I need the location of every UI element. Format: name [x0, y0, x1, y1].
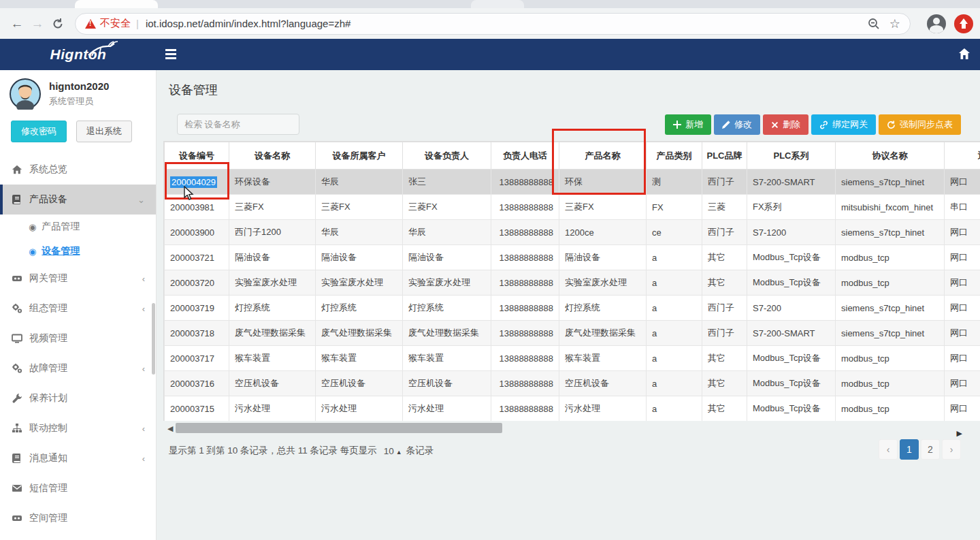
reload-icon[interactable] — [48, 14, 68, 34]
back-icon[interactable]: ← — [7, 14, 27, 34]
hscroll-right-arrow-icon[interactable]: ▶ — [957, 429, 962, 438]
column-header-protocol[interactable]: 协议名称 — [836, 142, 945, 170]
table-cell: 1200ce — [559, 220, 647, 245]
sidebar-item-notifications[interactable]: 消息通知 ‹ — [0, 443, 156, 473]
sidebar-item-configuration[interactable]: 组态管理 ‹ — [0, 293, 156, 323]
table-cell: 13888888888 — [491, 346, 559, 371]
link-icon — [819, 121, 828, 129]
browser-profile-icon[interactable] — [927, 14, 946, 33]
sidebar-item-gateway[interactable]: 网关管理 ‹ — [0, 264, 156, 293]
column-header-product-category[interactable]: 产品类别 — [647, 142, 702, 170]
table-row[interactable]: 200003715污水处理污水处理污水处理13888888888污水处理a其它M… — [165, 396, 980, 422]
zoom-out-icon[interactable] — [868, 18, 880, 30]
column-header-customer[interactable]: 设备所属客户 — [316, 142, 403, 170]
sidebar-item-fault[interactable]: 故障管理 ‹ — [0, 353, 156, 383]
sidebar-submenu: ◉ 产品管理 ◉ 设备管理 — [0, 215, 156, 264]
caret-up-icon: ▲ — [396, 449, 402, 456]
table-cell: FX — [647, 195, 702, 220]
table-cell: 三菱FX — [559, 195, 647, 220]
page-next-button[interactable]: › — [942, 439, 961, 460]
edit-button[interactable]: 修改 — [714, 114, 760, 135]
menu-toggle-icon[interactable] — [165, 47, 180, 62]
envelope-icon — [11, 483, 22, 494]
table-cell: 其它 — [702, 371, 747, 396]
horizontal-scrollbar[interactable] — [176, 423, 502, 433]
page-size-select[interactable]: 10▲ — [384, 446, 402, 456]
logout-button[interactable]: 退出系统 — [76, 121, 132, 142]
page-prev-button[interactable]: ‹ — [879, 439, 898, 460]
browser-tab[interactable] — [75, 0, 158, 8]
bind-gateway-button[interactable]: 绑定网关 — [811, 114, 876, 135]
table-cell: 空压机设备 — [403, 371, 491, 396]
table-cell: modbus_tcp — [836, 371, 945, 396]
table-cell: 13888888888 — [491, 245, 559, 270]
table-cell: 猴车装置 — [559, 346, 647, 371]
column-header-plc-series[interactable]: PLC系列 — [747, 142, 836, 170]
book-icon — [11, 453, 22, 464]
column-header-owner[interactable]: 设备负责人 — [403, 142, 491, 170]
table-row[interactable]: 200003716空压机设备空压机设备空压机设备13888888888空压机设备… — [165, 371, 980, 396]
table-cell: Modbus_Tcp设备 — [747, 270, 836, 296]
browser-update-icon[interactable] — [954, 14, 973, 33]
bookmark-star-icon[interactable]: ☆ — [889, 16, 900, 31]
sidebar-item-label: 消息通知 — [29, 452, 67, 464]
page-2-button[interactable]: 2 — [921, 439, 940, 460]
table-row[interactable]: 200003721隔油设备隔油设备隔油设备13888888888隔油设备a其它M… — [165, 245, 980, 270]
column-header-phone[interactable]: 负责人电话 — [491, 142, 559, 170]
page-1-button[interactable]: 1 — [900, 439, 919, 460]
sidebar-item-label: 网关管理 — [29, 272, 67, 285]
plus-icon — [673, 121, 681, 129]
bind-gateway-button-label: 绑定网关 — [832, 118, 868, 131]
table-row[interactable]: 200003720实验室废水处理实验室废水处理实验室废水处理1388888888… — [165, 270, 980, 296]
sidebar-item-device-management[interactable]: ◉ 设备管理 — [0, 239, 156, 264]
sidebar-item-product-management[interactable]: ◉ 产品管理 — [0, 215, 156, 239]
sidebar-item-label: 视频管理 — [29, 332, 67, 345]
table-cell: 环保 — [559, 170, 647, 195]
selected-device-id[interactable]: 200004029 — [170, 176, 217, 188]
sidebar-item-maintenance[interactable]: 保养计划 — [0, 383, 156, 413]
add-button[interactable]: 新增 — [665, 114, 711, 135]
table-row[interactable]: 200003718废气处理数据采集废气处理数据采集废气处理数据采集1388888… — [165, 321, 980, 346]
column-header-plc-brand[interactable]: PLC品牌 — [702, 142, 747, 170]
address-bar[interactable]: 不安全 | iot.idosp.net/admin/index.html?lan… — [75, 13, 911, 35]
sidebar-item-sms[interactable]: 短信管理 — [0, 473, 156, 503]
sidebar-item-label: 故障管理 — [29, 362, 67, 375]
reload-glyph — [52, 18, 64, 30]
column-header-comm[interactable]: 通讯方式 — [945, 142, 980, 170]
sidebar-item-overview[interactable]: 系统总览 — [0, 155, 156, 185]
table-cell: 三菱FX — [229, 195, 316, 220]
browser-tab[interactable] — [471, 0, 524, 8]
table-cell: 网口 — [945, 371, 980, 396]
table-cell: a — [647, 346, 702, 371]
sidebar-item-space[interactable]: 空间管理 — [0, 503, 156, 533]
home-icon[interactable] — [958, 48, 970, 60]
search-input[interactable] — [177, 114, 299, 135]
sidebar-item-video[interactable]: 视频管理 — [0, 323, 156, 353]
sidebar-item-product-device[interactable]: 产品设备 ⌄ — [0, 185, 156, 215]
table-cell: 网口 — [945, 270, 980, 296]
hscroll-left-arrow-icon[interactable]: ◀ — [167, 424, 173, 433]
app-logo[interactable]: Hignton — [0, 39, 157, 70]
table-cell: S7-200-SMART — [747, 170, 836, 195]
table-row[interactable]: 200004029环保设备华辰张三13888888888环保测西门子S7-200… — [165, 170, 980, 195]
sidebar-scrollbar[interactable] — [152, 303, 155, 375]
column-header-device-name[interactable]: 设备名称 — [229, 142, 316, 170]
forward-icon[interactable]: → — [27, 14, 48, 34]
table-cell: 13888888888 — [491, 220, 559, 245]
url-text[interactable]: iot.idosp.net/admin/index.html?language=… — [146, 18, 862, 29]
table-cell: 隔油设备 — [403, 245, 491, 270]
column-header-device-id[interactable]: 设备编号 — [165, 142, 229, 170]
force-sync-button[interactable]: 强制同步点表 — [879, 114, 961, 135]
table-row[interactable]: 200003717猴车装置猴车装置猴车装置13888888888猴车装置a其它M… — [165, 346, 980, 371]
dot-circle-icon: ◉ — [29, 247, 36, 257]
table-cell: a — [647, 245, 702, 270]
table-cell: 200003718 — [165, 321, 229, 346]
table-cell: S7-1200 — [747, 220, 836, 245]
sidebar-item-linkage[interactable]: 联动控制 ‹ — [0, 413, 156, 443]
column-header-product-name[interactable]: 产品名称 — [559, 142, 647, 170]
change-password-button[interactable]: 修改密码 — [11, 121, 67, 142]
delete-button[interactable]: 删除 — [763, 114, 808, 135]
table-row[interactable]: 200003900西门子1200华辰华辰138888888881200cece西… — [165, 220, 980, 245]
table-row[interactable]: 200003719灯控系统灯控系统灯控系统13888888888灯控系统a西门子… — [165, 296, 980, 321]
table-row[interactable]: 200003981三菱FX三菱FX三菱FX13888888888三菱FXFX三菱… — [165, 195, 980, 220]
